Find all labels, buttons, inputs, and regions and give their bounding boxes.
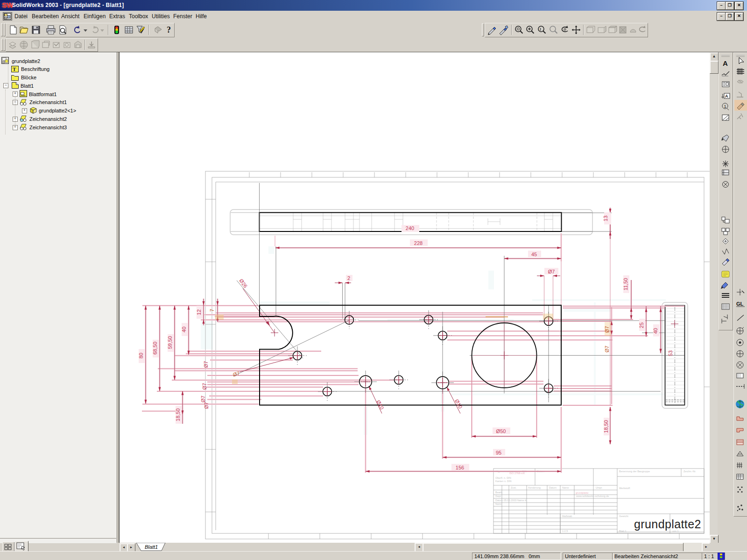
- svg-text:?: ?: [167, 25, 171, 35]
- svg-text:A: A: [723, 59, 728, 67]
- svg-text:Ø50: Ø50: [496, 428, 506, 434]
- svg-text:Zust.: Zust.: [511, 486, 517, 489]
- svg-text:228: 228: [414, 240, 423, 246]
- svg-text:95: 95: [496, 450, 501, 455]
- svg-text:Oberfl. n. DIN: Oberfl. n. DIN: [495, 476, 511, 479]
- svg-text:Ø7: Ø7: [203, 361, 209, 368]
- svg-text:Benennung der Baugruppe: Benennung der Baugruppe: [619, 470, 650, 473]
- svg-text:80: 80: [138, 353, 144, 358]
- svg-text:Maßstab: Maßstab: [562, 515, 572, 518]
- svg-text:40: 40: [181, 327, 187, 332]
- svg-text:Ø7: Ø7: [200, 396, 206, 403]
- svg-text:12: 12: [196, 309, 202, 315]
- svg-text:Gepr.: Gepr.: [495, 495, 502, 497]
- svg-text:2: 2: [347, 275, 350, 281]
- svg-text:Ø7: Ø7: [604, 326, 610, 333]
- svg-text:1: 1: [724, 104, 726, 109]
- svg-text:Blatt 1: Blatt 1: [619, 530, 627, 532]
- svg-text:25: 25: [639, 322, 644, 328]
- svg-text:grundplatte: grundplatte: [576, 491, 589, 494]
- svg-text:7: 7: [209, 309, 215, 312]
- svg-text:GL: GL: [736, 301, 744, 307]
- svg-text:156: 156: [456, 465, 464, 470]
- svg-text:T: T: [13, 66, 16, 72]
- svg-text:11,50: 11,50: [623, 278, 628, 291]
- svg-text:Name: Name: [562, 486, 569, 489]
- svg-text:Zeichn.-Nr.: Zeichn.-Nr.: [684, 470, 696, 473]
- svg-text:Norm: Norm: [495, 503, 502, 505]
- svg-text:Gewicht: Gewicht: [619, 515, 628, 518]
- svg-text:Ø7: Ø7: [202, 383, 207, 390]
- svg-text:59,50: 59,50: [167, 336, 173, 349]
- svg-text:Ø7: Ø7: [204, 402, 209, 409]
- svg-text:Datum: Datum: [549, 486, 557, 489]
- svg-text:18,50: 18,50: [603, 420, 609, 433]
- svg-text:Blatt1: Blatt1: [145, 544, 158, 550]
- svg-text:Ø7: Ø7: [232, 371, 240, 378]
- svg-text:1:2,5: 1:2,5: [562, 530, 568, 532]
- svg-text:Bearb.: Bearb.: [495, 491, 503, 494]
- svg-text:Aenderung: Aenderung: [528, 486, 541, 489]
- svg-text:Urspr.: Urspr.: [596, 486, 603, 489]
- svg-text:grundplatte2: grundplatte2: [634, 518, 701, 531]
- svg-text:Kanten n. DIN: Kanten n. DIN: [495, 480, 512, 483]
- svg-text:Datum 05.03.2003 Name ik: Datum 05.03.2003 Name ik: [495, 499, 527, 502]
- svg-text:Ø26: Ø26: [238, 278, 248, 289]
- svg-text:A: A: [725, 94, 728, 98]
- svg-text:240: 240: [406, 225, 414, 231]
- svg-text:ISO 2768-mK: ISO 2768-mK: [509, 472, 525, 475]
- svg-text:53: 53: [668, 350, 673, 356]
- svg-text:Werkstoff:: Werkstoff:: [619, 487, 631, 490]
- svg-text:40: 40: [653, 328, 658, 334]
- svg-text:18,50: 18,50: [175, 408, 181, 421]
- svg-text:Ø7: Ø7: [548, 269, 555, 274]
- svg-text:www.solidworks-schulung.de: www.solidworks-schulung.de: [576, 495, 609, 497]
- svg-text:45: 45: [531, 252, 537, 257]
- svg-text:68,50: 68,50: [152, 342, 158, 355]
- svg-text:13: 13: [603, 216, 608, 221]
- svg-text:Ø7: Ø7: [604, 346, 610, 353]
- svg-text:!: !: [540, 27, 541, 32]
